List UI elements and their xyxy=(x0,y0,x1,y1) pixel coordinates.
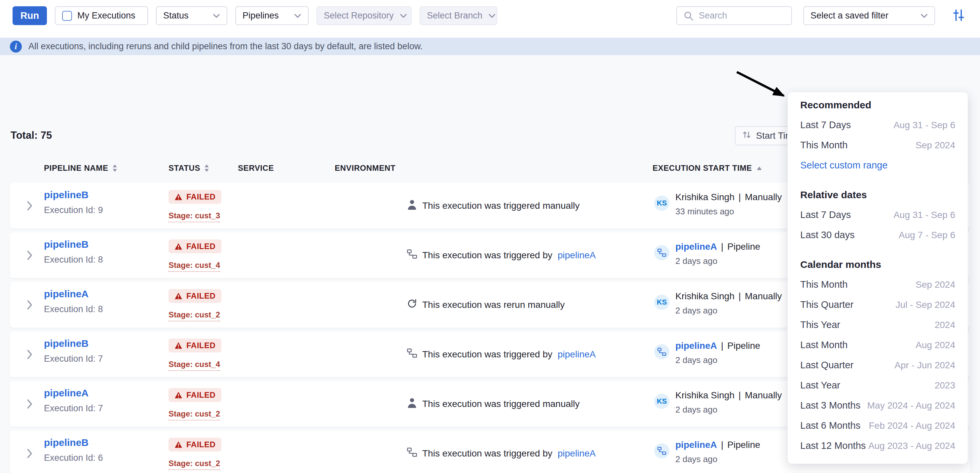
trigger-pipeline-link[interactable]: pipelineA xyxy=(558,448,596,459)
search-input[interactable] xyxy=(698,10,785,21)
dropdown-item-label: This Month xyxy=(800,140,848,151)
dropdown-section-header: Recommended xyxy=(800,95,955,115)
failed-stage-link[interactable]: Stage: cust_3 xyxy=(169,211,220,222)
trigger-pipeline-link[interactable]: pipelineA xyxy=(558,250,596,260)
dropdown-item-label: Select custom range xyxy=(800,160,888,171)
column-header-label: SERVICE xyxy=(238,163,274,173)
execution-time-ago: 2 days ago xyxy=(675,306,782,316)
dropdown-item-value: 2023 xyxy=(935,380,955,391)
my-executions-toggle[interactable]: My Executions xyxy=(55,6,148,25)
expand-chevron-icon[interactable] xyxy=(26,183,32,229)
saved-filter-select[interactable]: Select a saved filter xyxy=(803,6,935,25)
select-custom-range-link[interactable]: Select custom range xyxy=(800,155,955,175)
dropdown-item[interactable]: Last Quarter Apr - Jun 2024 xyxy=(800,355,955,375)
avatar-initials: KS xyxy=(657,199,667,208)
trigger-actor-link[interactable]: pipelineA xyxy=(675,341,717,351)
dropdown-item-value: Jul - Sep 2024 xyxy=(896,300,955,310)
section-divider xyxy=(800,245,955,254)
dropdown-item[interactable]: This Quarter Jul - Sep 2024 xyxy=(800,295,955,315)
failed-stage-link[interactable]: Stage: cust_4 xyxy=(169,260,220,272)
failed-stage-link[interactable]: Stage: cust_4 xyxy=(169,360,220,371)
pipeline-icon xyxy=(657,249,666,257)
pipeline-icon xyxy=(657,447,666,455)
sort-icon xyxy=(742,130,751,142)
execution-id: Execution Id: 8 xyxy=(44,255,103,265)
status-badge: FAILED xyxy=(169,438,221,452)
status-label: FAILED xyxy=(186,192,215,202)
filter-settings-button[interactable] xyxy=(949,6,967,25)
pipelines-filter-select[interactable]: Pipelines xyxy=(235,6,309,25)
pipeline-trigger-icon xyxy=(407,249,417,261)
date-range-dropdown: Recommended Last 7 Days Aug 31 - Sep 6 T… xyxy=(788,92,968,464)
dropdown-item[interactable]: Last Month Aug 2024 xyxy=(800,335,955,355)
status-filter-select[interactable]: Status xyxy=(156,6,228,25)
column-header-execution-start-time[interactable]: EXECUTION START TIME xyxy=(652,163,763,173)
dropdown-item-value: Aug 31 - Sep 6 xyxy=(893,210,955,220)
column-header-status[interactable]: STATUS xyxy=(169,163,209,173)
expand-chevron-icon[interactable] xyxy=(26,430,32,473)
pipeline-name-link[interactable]: pipelineB xyxy=(44,189,89,200)
failed-stage-link[interactable]: Stage: cust_2 xyxy=(169,310,220,321)
dropdown-item[interactable]: Last Year 2023 xyxy=(800,375,955,395)
status-label: FAILED xyxy=(186,440,215,449)
failed-stage-link[interactable]: Stage: cust_2 xyxy=(169,409,220,421)
expand-chevron-icon[interactable] xyxy=(26,282,32,328)
trigger-description: This execution was triggered by xyxy=(422,448,552,459)
status-label: FAILED xyxy=(186,242,215,251)
dropdown-item[interactable]: Last 12 Months Aug 2023 - Aug 2024 xyxy=(800,436,955,456)
column-header-environment: ENVIRONMENT xyxy=(335,163,396,173)
pipeline-name-link[interactable]: pipelineB xyxy=(44,239,89,250)
trigger-actor-link[interactable]: pipelineA xyxy=(675,440,717,450)
pipeline-name-link[interactable]: pipelineB xyxy=(44,437,89,448)
separator: | xyxy=(738,192,741,202)
column-header-label: ENVIRONMENT xyxy=(335,163,396,173)
pipeline-trigger-icon xyxy=(407,348,417,360)
dropdown-item[interactable]: Last 30 days Aug 7 - Sep 6 xyxy=(800,225,955,245)
dropdown-item[interactable]: This Month Sep 2024 xyxy=(800,135,955,155)
info-icon: i xyxy=(10,41,22,52)
dropdown-item[interactable]: Last 7 Days Aug 31 - Sep 6 xyxy=(800,115,955,135)
trigger-mode: Pipeline xyxy=(727,440,760,450)
execution-id: Execution Id: 6 xyxy=(44,453,103,463)
pipeline-name-link[interactable]: pipelineB xyxy=(44,338,89,349)
pipeline-name-link[interactable]: pipelineA xyxy=(44,387,89,398)
expand-chevron-icon[interactable] xyxy=(26,232,32,278)
dropdown-item[interactable]: Last 3 Months May 2024 - Aug 2024 xyxy=(800,395,955,416)
column-header-label: EXECUTION START TIME xyxy=(652,163,752,173)
select-repository-select[interactable]: Select Repository xyxy=(317,6,412,25)
dropdown-item[interactable]: Last 6 Months Feb 2024 - Aug 2024 xyxy=(800,416,955,436)
dropdown-item[interactable]: Last 7 Days Aug 31 - Sep 6 xyxy=(800,205,955,225)
total-count: Total: 75 xyxy=(11,130,52,141)
my-executions-label: My Executions xyxy=(77,11,141,21)
execution-time-ago: 2 days ago xyxy=(675,405,782,415)
info-banner: i All executions, including reruns and c… xyxy=(0,38,980,55)
pipeline-name-link[interactable]: pipelineA xyxy=(44,288,89,299)
trigger-mode: Pipeline xyxy=(727,341,760,351)
failed-stage-link[interactable]: Stage: cust_2 xyxy=(169,459,220,470)
column-header-pipeline-name[interactable]: PIPELINE NAME xyxy=(44,163,117,173)
avatar: KS xyxy=(654,295,670,310)
manual-trigger-icon xyxy=(407,199,417,212)
execution-time-ago: 2 days ago xyxy=(675,454,760,464)
select-branch-select[interactable]: Select Branch xyxy=(420,6,497,25)
search-box[interactable] xyxy=(676,6,792,25)
pipelines-filter-label: Pipelines xyxy=(242,11,288,21)
warning-icon xyxy=(175,441,182,448)
trigger-mode: Manually xyxy=(745,192,782,202)
expand-chevron-icon[interactable] xyxy=(26,331,32,377)
pipeline-avatar xyxy=(654,443,670,459)
expand-chevron-icon[interactable] xyxy=(26,381,32,427)
my-executions-checkbox[interactable] xyxy=(62,11,72,21)
warning-icon xyxy=(175,342,182,349)
trigger-actor-link[interactable]: pipelineA xyxy=(675,241,717,252)
separator: | xyxy=(721,440,723,450)
chevron-down-icon xyxy=(400,14,407,18)
run-button[interactable]: Run xyxy=(13,6,47,25)
dropdown-item-label: Last 7 Days xyxy=(800,210,851,220)
execution-id: Execution Id: 7 xyxy=(44,354,103,364)
dropdown-item[interactable]: This Month Sep 2024 xyxy=(800,275,955,295)
trigger-pipeline-link[interactable]: pipelineA xyxy=(558,349,596,360)
dropdown-item[interactable]: This Year 2024 xyxy=(800,315,955,335)
dropdown-item-label: This Year xyxy=(800,319,840,330)
column-header-label: STATUS xyxy=(169,163,200,173)
